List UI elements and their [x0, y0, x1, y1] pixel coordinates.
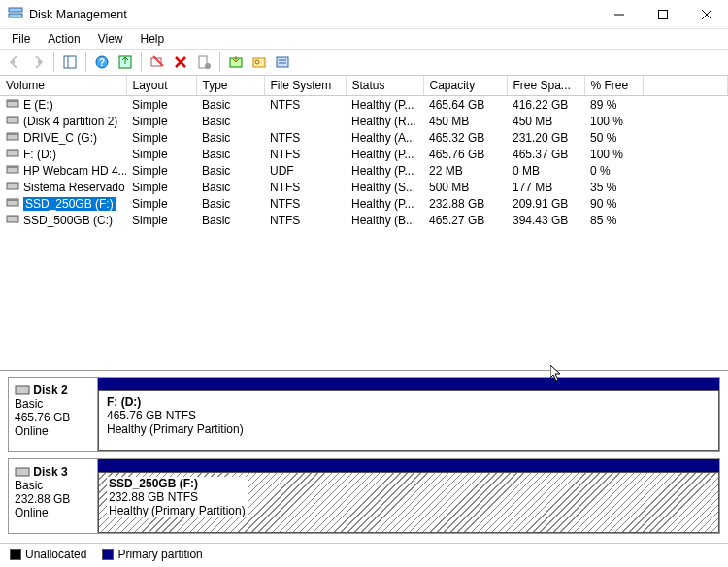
col-status[interactable]: Status: [346, 76, 423, 96]
menu-view[interactable]: View: [90, 30, 131, 48]
disk-row[interactable]: Disk 2Basic465.76 GBOnlineF: (D:)465.76 …: [8, 377, 720, 452]
table-row[interactable]: HP Webcam HD 4...SimpleBasicUDFHealthy (…: [0, 162, 728, 179]
table-row[interactable]: DRIVE_C (G:)SimpleBasicNTFSHealthy (A...…: [0, 129, 728, 146]
svg-rect-6: [64, 56, 76, 68]
menu-file[interactable]: File: [4, 30, 38, 48]
disk-label: Disk 3Basic232.88 GBOnline: [9, 459, 98, 533]
table-row[interactable]: F: (D:)SimpleBasicNTFSHealthy (P...465.7…: [0, 146, 728, 162]
forward-button[interactable]: [27, 51, 49, 73]
minimize-button[interactable]: [597, 0, 641, 29]
disk-header-bar: [98, 378, 719, 390]
svg-rect-23: [7, 100, 18, 102]
svg-rect-35: [7, 199, 18, 201]
rescan-icon[interactable]: [147, 51, 168, 73]
properties-icon[interactable]: [193, 51, 215, 73]
table-row[interactable]: Sistema ReservadoSimpleBasicNTFSHealthy …: [0, 179, 728, 195]
menu-help[interactable]: Help: [133, 30, 173, 48]
svg-rect-29: [7, 150, 18, 151]
table-row[interactable]: SSD_250GB (F:)SimpleBasicNTFSHealthy (P.…: [0, 195, 728, 212]
svg-rect-39: [16, 468, 29, 476]
partition-block[interactable]: F: (D:)465.76 GB NTFSHealthy (Primary Pa…: [98, 390, 719, 451]
drive-icon: [6, 213, 19, 227]
volume-list[interactable]: Volume Layout Type File System Status Ca…: [0, 76, 728, 371]
legend: Unallocated Primary partition: [0, 543, 728, 564]
help-icon[interactable]: ?: [91, 51, 113, 73]
drive-icon: [6, 180, 19, 194]
svg-point-15: [205, 63, 211, 69]
drive-icon: [6, 147, 19, 161]
svg-rect-25: [7, 117, 18, 118]
svg-rect-37: [7, 216, 18, 217]
delete-icon[interactable]: [170, 51, 191, 73]
disk-label: Disk 2Basic465.76 GBOnline: [9, 378, 98, 451]
svg-rect-19: [277, 57, 288, 67]
action-icon-2[interactable]: [248, 51, 270, 73]
maximize-button[interactable]: [641, 0, 684, 29]
table-row[interactable]: E (E:)SimpleBasicNTFSHealthy (P...465.64…: [0, 96, 728, 114]
disk-header-bar: [98, 459, 719, 472]
back-button[interactable]: [4, 51, 25, 73]
show-hide-console-tree-icon[interactable]: [59, 51, 81, 73]
drive-icon: [6, 196, 19, 211]
app-icon: [8, 5, 23, 23]
col-layout[interactable]: Layout: [126, 76, 196, 96]
partition-block[interactable]: SSD_250GB (F:)232.88 GB NTFSHealthy (Pri…: [98, 472, 719, 533]
table-row[interactable]: SSD_500GB (C:)SimpleBasicNTFSHealthy (B.…: [0, 212, 728, 228]
drive-icon: [6, 163, 19, 178]
drive-icon: [6, 114, 19, 128]
action-icon-1[interactable]: [225, 51, 247, 73]
svg-rect-27: [7, 133, 18, 135]
legend-unallocated: Unallocated: [10, 548, 86, 561]
col-type[interactable]: Type: [196, 76, 264, 96]
col-freespace[interactable]: Free Spa...: [507, 76, 584, 96]
toolbar: ?: [0, 49, 728, 76]
svg-rect-31: [7, 166, 18, 168]
close-button[interactable]: [684, 0, 728, 29]
menu-action[interactable]: Action: [40, 30, 87, 48]
svg-rect-1: [9, 14, 22, 17]
refresh-icon[interactable]: [115, 51, 136, 73]
table-row[interactable]: (Disk 4 partition 2)SimpleBasicHealthy (…: [0, 113, 728, 129]
col-filesystem[interactable]: File System: [264, 76, 346, 96]
col-capacity[interactable]: Capacity: [423, 76, 507, 96]
menu-bar: File Action View Help: [0, 29, 728, 49]
svg-rect-38: [16, 386, 29, 394]
col-volume[interactable]: Volume: [0, 76, 126, 96]
svg-text:?: ?: [99, 57, 105, 68]
action-icon-3[interactable]: [272, 51, 293, 73]
disk-graphical-view[interactable]: Disk 2Basic465.76 GBOnlineF: (D:)465.76 …: [0, 371, 728, 543]
disk-row[interactable]: Disk 3Basic232.88 GBOnlineSSD_250GB (F:)…: [8, 458, 720, 534]
window-title: Disk Management: [29, 8, 597, 21]
col-pctfree[interactable]: % Free: [584, 76, 643, 96]
svg-rect-33: [7, 183, 18, 184]
svg-rect-3: [658, 10, 667, 18]
svg-rect-0: [9, 8, 22, 12]
drive-icon: [6, 130, 19, 145]
legend-primary: Primary partition: [102, 548, 202, 561]
title-bar: Disk Management: [0, 0, 728, 29]
column-headers[interactable]: Volume Layout Type File System Status Ca…: [0, 76, 728, 96]
drive-icon: [6, 97, 19, 112]
